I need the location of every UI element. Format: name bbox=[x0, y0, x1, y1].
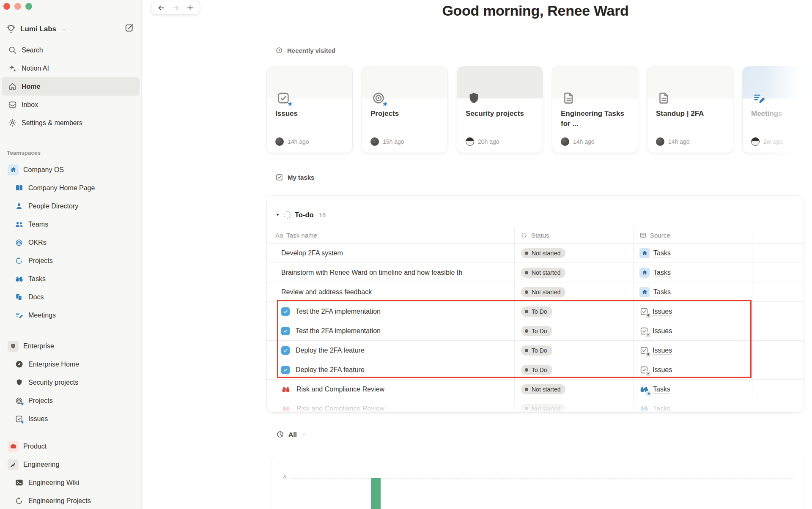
source-link[interactable]: Issues bbox=[639, 307, 672, 316]
sidebar-item-label: Teams bbox=[28, 221, 48, 228]
sidebar-item-people-directory[interactable]: People Directory bbox=[2, 197, 140, 215]
shield-icon bbox=[14, 378, 24, 387]
sidebar-item-enterprise-home[interactable]: Enterprise Home bbox=[2, 355, 140, 373]
task-name-link[interactable]: Risk and Compliance Review bbox=[296, 405, 384, 413]
recent-card-projects[interactable]: Projects 15h ago bbox=[362, 66, 447, 153]
forward-button[interactable] bbox=[171, 4, 180, 12]
sidebar-item-label: People Directory bbox=[28, 203, 78, 210]
recent-card-standup-2fa[interactable]: Standup | 2FA 14h ago bbox=[647, 66, 733, 153]
sidebar-item-meetings[interactable]: Meetings bbox=[2, 306, 140, 324]
sidebar-item-projects[interactable]: Projects bbox=[2, 252, 140, 270]
task-row[interactable]: Develop 2FA system Not started Tasks bbox=[267, 244, 804, 263]
sidebar-item-engineering-projects[interactable]: Engineering Projects bbox=[2, 492, 140, 509]
minimize-window-button[interactable] bbox=[14, 3, 21, 10]
shield-badge-icon bbox=[645, 352, 651, 357]
sidebar-item-home[interactable]: Home bbox=[2, 77, 140, 96]
sidebar-item-inbox[interactable]: Inbox bbox=[2, 96, 140, 114]
sidebar-item-issues[interactable]: Issues bbox=[2, 410, 140, 428]
source-link[interactable]: Tasks bbox=[639, 248, 671, 258]
task-row[interactable]: Test the 2FA implementation To Do Issues bbox=[267, 321, 804, 341]
sidebar-item-company-home-page[interactable]: Company Home Page bbox=[2, 179, 140, 197]
window-controls[interactable] bbox=[3, 3, 32, 10]
source-link[interactable]: Tasks bbox=[639, 287, 671, 297]
task-row[interactable]: Risk and Compliance Review Not started T… bbox=[267, 380, 804, 399]
status-badge[interactable]: Not started bbox=[521, 384, 565, 394]
zoom-window-button[interactable] bbox=[25, 3, 32, 10]
sidebar-item-label: Security projects bbox=[28, 379, 78, 386]
book-icon bbox=[14, 183, 24, 193]
todo-group-toggle[interactable]: To-do 16 bbox=[275, 208, 326, 221]
chart-filter-dropdown[interactable]: All bbox=[276, 430, 307, 438]
new-page-button[interactable] bbox=[124, 23, 134, 33]
status-badge[interactable]: To Do bbox=[521, 306, 552, 317]
status-badge[interactable]: Not started bbox=[521, 248, 565, 258]
sidebar-item-security-projects[interactable]: Security projects bbox=[2, 373, 140, 391]
sidebar-item-product[interactable]: Product bbox=[2, 437, 140, 455]
sidebar-item-docs[interactable]: Docs bbox=[2, 288, 140, 306]
source-link[interactable]: Tasks bbox=[639, 404, 670, 412]
column-header-status[interactable]: Status bbox=[514, 227, 633, 243]
task-name-link[interactable]: Review and address feedback bbox=[281, 288, 372, 296]
status-badge[interactable]: Not started bbox=[521, 287, 565, 297]
sidebar-item-engineering-wiki[interactable]: Engineering Wiki bbox=[2, 473, 140, 492]
source-link[interactable]: Tasks bbox=[639, 268, 671, 278]
sidebar-item-okrs[interactable]: OKRs bbox=[2, 233, 140, 252]
sidebar-item-label: Engineering Wiki bbox=[28, 479, 79, 487]
house-badge-icon bbox=[646, 391, 651, 396]
card-title: Engineering Tasks for ... bbox=[561, 109, 628, 129]
status-badge[interactable]: To Do bbox=[521, 326, 552, 336]
task-name-link[interactable]: Risk and Compliance Review bbox=[296, 386, 384, 393]
sidebar-item-enterprise-projects[interactable]: Projects bbox=[2, 391, 140, 410]
sidebar-item-label: Engineering Projects bbox=[28, 497, 91, 505]
status-badge[interactable]: To Do bbox=[521, 345, 552, 356]
source-link[interactable]: Issues bbox=[639, 346, 672, 355]
status-spinner-icon bbox=[521, 232, 528, 239]
status-badge[interactable]: To Do bbox=[521, 365, 552, 375]
task-name-link[interactable]: Deploy the 2FA feature bbox=[296, 347, 365, 354]
workspace-switcher[interactable]: Lumi Labs bbox=[0, 20, 141, 38]
sidebar-item-enterprise[interactable]: Enterprise bbox=[2, 337, 140, 355]
close-window-button[interactable] bbox=[3, 3, 10, 10]
task-row[interactable]: Deploy the 2FA feature To Do Issues bbox=[267, 360, 804, 380]
sidebar-item-search[interactable]: Search bbox=[2, 41, 140, 59]
task-row[interactable]: Brainstorm with Renee Ward on timeline a… bbox=[267, 263, 804, 282]
column-header-source[interactable]: Source bbox=[633, 227, 752, 243]
back-button[interactable] bbox=[157, 4, 165, 12]
sidebar-item-engineering[interactable]: Engineering bbox=[2, 455, 140, 473]
sidebar-item-notion-ai[interactable]: Notion AI bbox=[2, 59, 140, 77]
sidebar-item-label: Notion AI bbox=[22, 65, 49, 72]
new-tab-button[interactable] bbox=[186, 4, 194, 12]
recent-card-engineering-tasks[interactable]: Engineering Tasks for ... 14h ago bbox=[552, 66, 638, 153]
status-badge[interactable]: Not started bbox=[521, 404, 565, 413]
checked-checkbox[interactable] bbox=[281, 327, 290, 335]
cycle-arrow-icon bbox=[14, 496, 24, 506]
status-badge[interactable]: Not started bbox=[521, 268, 565, 278]
task-name-link[interactable]: Test the 2FA implementation bbox=[296, 308, 381, 315]
sidebar-item-company-os[interactable]: Company OS bbox=[2, 161, 140, 179]
task-row[interactable]: Test the 2FA implementation To Do Issues bbox=[267, 302, 804, 321]
task-name-link[interactable]: Develop 2FA system bbox=[281, 249, 343, 257]
recent-card-issues[interactable]: Issues 14h ago bbox=[267, 66, 352, 153]
source-link[interactable]: Tasks bbox=[639, 384, 670, 394]
sidebar-item-teams[interactable]: Teams bbox=[2, 215, 140, 233]
card-timestamp: 20h ago bbox=[478, 138, 499, 145]
sidebar-item-tasks[interactable]: Tasks bbox=[2, 270, 140, 288]
checked-checkbox[interactable] bbox=[281, 346, 290, 355]
source-link[interactable]: Issues bbox=[639, 326, 672, 336]
task-name-link[interactable]: Deploy the 2FA feature bbox=[296, 366, 365, 374]
task-row[interactable]: Deploy the 2FA feature To Do Issues bbox=[267, 341, 804, 360]
column-header-task-name[interactable]: AaTask name bbox=[267, 227, 514, 243]
source-link[interactable]: Issues bbox=[639, 365, 672, 375]
task-name-link[interactable]: Brainstorm with Renee Ward on timeline a… bbox=[281, 269, 462, 276]
recent-card-security-projects[interactable]: Security projects 20h ago bbox=[457, 66, 543, 153]
task-name-link[interactable]: Test the 2FA implementation bbox=[296, 327, 381, 335]
task-row[interactable]: Review and address feedback Not started … bbox=[267, 282, 804, 302]
task-row[interactable]: Risk and Compliance Review Not started T… bbox=[267, 399, 804, 412]
recent-card-meetings[interactable]: Meetings 2w ago bbox=[743, 66, 812, 153]
sidebar-item-label: Company OS bbox=[23, 166, 64, 174]
checked-checkbox[interactable] bbox=[281, 307, 290, 316]
checked-checkbox[interactable] bbox=[281, 366, 290, 374]
sidebar-item-settings[interactable]: Settings & members bbox=[2, 114, 140, 132]
card-title: Meetings bbox=[751, 109, 812, 119]
sidebar-item-label: Projects bbox=[28, 257, 53, 265]
